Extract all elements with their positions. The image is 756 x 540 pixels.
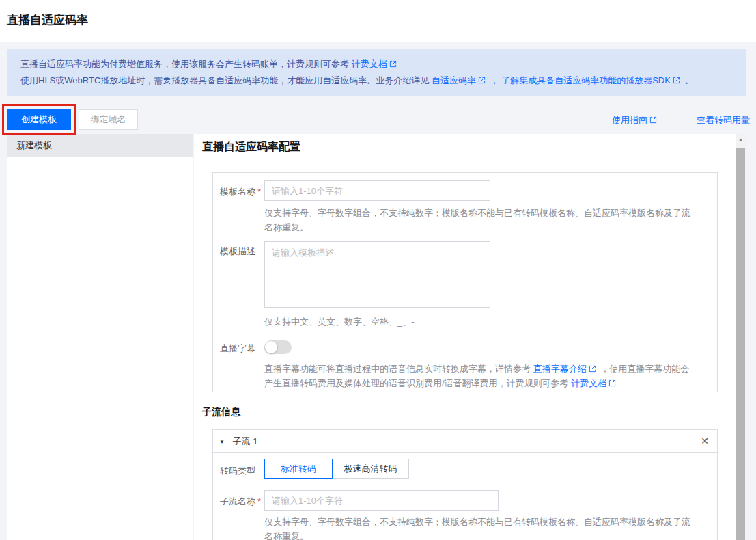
live-subtitle-intro-link[interactable]: 直播字幕介绍 — [533, 364, 598, 374]
substream-name-label: 子流名称* — [220, 496, 261, 508]
template-sidebar: 新建模板 — [7, 134, 193, 540]
config-heading: 直播自适应码率配置 — [202, 140, 300, 154]
substream-name-input[interactable] — [264, 490, 499, 511]
substream-panel-title: 子流 1 — [233, 436, 258, 446]
banner-line-2: 使用HLS或WebRTC播放地址时，需要播放器具备自适应码率功能，才能应用自适应… — [20, 72, 733, 89]
live-subtitle-label: 直播字幕 — [220, 342, 255, 355]
template-desc-textarea[interactable] — [264, 241, 490, 308]
transcode-type-label: 转码类型 — [220, 465, 255, 477]
sidebar-item-new-template[interactable]: 新建模板 — [7, 134, 193, 157]
bind-domain-button[interactable]: 绑定域名 — [79, 109, 138, 130]
external-link-icon — [649, 116, 657, 124]
substream-panel: ▼ 子流 1 ✕ 转码类型 标准转码 极速高清转码 子流名称* 仅支持字母、字母… — [212, 429, 718, 540]
player-sdk-link[interactable]: 了解集成具备自适应码率功能的播放器SDK — [501, 75, 682, 85]
billing-doc-link[interactable]: 计费文档 — [571, 378, 618, 388]
transcode-type-standard[interactable]: 标准转码 — [264, 459, 333, 479]
external-link-icon — [608, 379, 616, 387]
required-mark: * — [257, 187, 261, 197]
close-icon[interactable]: ✕ — [701, 430, 709, 453]
view-transcode-usage-link[interactable]: 查看转码用量 — [697, 114, 750, 126]
page-header: 直播自适应码率 — [0, 0, 756, 42]
usage-guide-link[interactable]: 使用指南 — [612, 114, 659, 126]
substream-name-help: 仅支持字母、字母数字组合，不支持纯数字；模版名称不能与已有转码模板名称、自适应码… — [264, 515, 696, 540]
toggle-knob — [265, 341, 277, 353]
collapse-caret-icon[interactable]: ▼ — [219, 431, 225, 453]
template-desc-label: 模板描述 — [220, 245, 255, 258]
external-link-icon — [478, 77, 486, 84]
adaptive-bitrate-link[interactable]: 自适应码率 — [432, 75, 488, 85]
substream-panel-header[interactable]: ▼ 子流 1 ✕ — [213, 430, 717, 453]
banner-line-1: 直播自适应码率功能为付费增值服务，使用该服务会产生转码账单，计费规则可参考 计费… — [20, 56, 733, 72]
live-subtitle-toggle[interactable] — [264, 340, 292, 354]
banner-text: 直播自适应码率功能为付费增值服务，使用该服务会产生转码账单，计费规则可参考 — [20, 59, 349, 69]
billing-doc-link[interactable]: 计费文档 — [352, 59, 399, 69]
scroll-up-icon[interactable]: ▲ — [736, 135, 746, 145]
live-adaptive-bitrate-page: 直播自适应码率 直播自适应码率功能为付费增值服务，使用该服务会产生转码账单，计费… — [0, 0, 756, 540]
help-text: 直播字幕功能可将直播过程中的语音信息实时转换成字幕，详情参考 — [264, 364, 531, 374]
banner-text: 使用HLS或WebRTC播放地址时，需要播放器具备自适应码率功能，才能应用自适应… — [20, 75, 429, 85]
substream-section-heading: 子流信息 — [202, 406, 240, 418]
basic-config-box: 模板名称* 仅支持字母、字母数字组合，不支持纯数字；模版名称不能与已有转码模板名… — [212, 172, 718, 392]
template-name-label: 模板名称* — [220, 186, 261, 198]
template-desc-help: 仅支持中文、英文、数字、空格、_、- — [264, 314, 696, 329]
transcode-type-topspeed[interactable]: 极速高清转码 — [332, 459, 409, 479]
page-title: 直播自适应码率 — [7, 12, 88, 28]
template-name-help: 仅支持字母、字母数字组合，不支持纯数字；模版名称不能与已有转码模板名称、自适应码… — [264, 206, 696, 234]
config-panel: 直播自适应码率配置 模板名称* 仅支持字母、字母数字组合，不支持纯数字；模版名称… — [194, 134, 736, 540]
banner-separator: ， — [490, 75, 499, 85]
template-name-input[interactable] — [264, 180, 490, 201]
required-mark: * — [257, 496, 261, 507]
live-subtitle-help: 直播字幕功能可将直播过程中的语音信息实时转换成字幕，详情参考 直播字幕介绍 ，使… — [264, 362, 696, 390]
external-link-icon — [673, 77, 680, 84]
info-banner: 直播自适应码率功能为付费增值服务，使用该服务会产生转码账单，计费规则可参考 计费… — [7, 49, 746, 96]
external-link-icon — [389, 60, 397, 68]
external-link-icon — [589, 365, 596, 373]
scrollbar-thumb[interactable] — [736, 148, 745, 540]
banner-suffix: 。 — [685, 75, 694, 85]
vertical-scrollbar[interactable]: ▲ — [736, 134, 746, 540]
create-template-button[interactable]: 创建模板 — [7, 109, 71, 130]
